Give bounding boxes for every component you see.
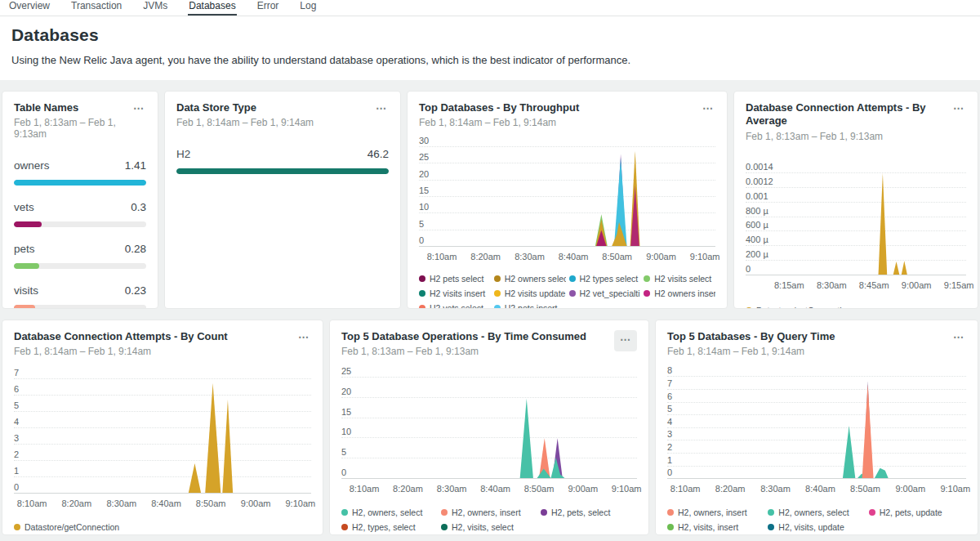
bar-track	[176, 168, 389, 174]
y-axis-label: 30	[419, 136, 429, 145]
chart-canvas	[785, 167, 966, 275]
legend-item[interactable]: H2, pets, select	[541, 507, 637, 517]
y-axis-label: 2	[14, 449, 19, 459]
plot-area: 8:15am8:30am8:45am9:00am9:15am	[785, 167, 966, 275]
y-axis-label: 10	[419, 202, 429, 212]
legend-item[interactable]: H2 visits insert	[419, 288, 491, 298]
legend-item[interactable]: H2, owners, select	[768, 507, 865, 517]
card-menu-ellipsis-icon[interactable]: ⋯	[296, 330, 311, 345]
legend-dot-icon	[869, 509, 875, 516]
legend-dot-icon	[494, 275, 501, 282]
tab-log[interactable]: Log	[299, 0, 317, 16]
y-axis-label: 7	[14, 368, 19, 378]
tab-error[interactable]: Error	[256, 0, 280, 16]
legend-label: H2, visits, update	[778, 522, 844, 532]
x-axis-label: 8:30am	[817, 280, 847, 290]
legend-label: H2, types, select	[352, 522, 416, 532]
y-axis-label: 5	[341, 447, 346, 457]
legend-item[interactable]: H2 owners select	[494, 274, 566, 284]
y-axis-label: 25	[419, 152, 429, 162]
x-axis-label: 8:50am	[602, 252, 632, 262]
tab-transaction[interactable]: Transaction	[70, 0, 122, 16]
legend-item[interactable]: H2 types select	[569, 274, 641, 284]
card-header: Database Connection Attempts - By Averag…	[746, 101, 966, 142]
chart-canvas	[361, 370, 637, 478]
bar-track	[14, 221, 146, 227]
bar-value: 0.3	[131, 201, 146, 213]
card-menu-ellipsis-icon[interactable]: ⋯	[951, 101, 966, 116]
legend-label: Datastore/getConnection	[24, 522, 119, 532]
card-menu-ellipsis-icon[interactable]: ⋯	[131, 101, 146, 116]
card-title: Database Connection Attempts - By Averag…	[746, 101, 951, 128]
legend-item[interactable]: Datastore/getConnection	[746, 306, 966, 310]
legend-item[interactable]: H2 visits update	[494, 288, 566, 298]
tab-bar: OverviewTransactionJVMsDatabasesErrorLog	[0, 0, 980, 16]
card-time-range: Feb 1, 8:13am – Feb 1, 9:13am	[14, 117, 131, 140]
y-axis-label: 7	[667, 378, 672, 388]
legend-item[interactable]: H2, types, select	[341, 522, 438, 532]
legend-item[interactable]: Datastore/getConnection	[14, 522, 311, 532]
card-menu-ellipsis-icon[interactable]: ⋯	[701, 101, 715, 116]
legend-item[interactable]: H2, owners, select	[341, 507, 438, 517]
bar-track	[14, 305, 146, 309]
chart-canvas	[682, 370, 966, 478]
x-axis-label: 8:10am	[670, 484, 701, 494]
tab-databases[interactable]: Databases	[188, 0, 236, 16]
bar-label: H2	[176, 148, 190, 160]
legend-item[interactable]: H2 vet_specialti…	[569, 288, 641, 298]
x-axis-label: 9:10am	[612, 484, 642, 494]
legend-label: H2, owners, select	[352, 507, 422, 517]
legend-label: Datastore/getConnection	[756, 306, 851, 310]
legend-item[interactable]: H2 vets select	[419, 303, 491, 309]
tab-jvms[interactable]: JVMs	[142, 0, 168, 16]
legend-item[interactable]: H2, visits, update	[768, 522, 865, 532]
area-chart: 05101520258:10am8:20am8:30am8:40am8:50am…	[341, 359, 637, 498]
card-top-operations-time-consumed: Top 5 Database Operations - By Time Cons…	[329, 320, 649, 535]
card-menu-ellipsis-icon[interactable]: ⋯	[374, 101, 389, 116]
legend-label: H2 vet_specialti…	[580, 288, 641, 298]
x-axis-label: 8:50am	[524, 484, 555, 494]
bar-label: owners	[14, 159, 50, 172]
legend-item[interactable]: H2 owners insert	[644, 288, 715, 298]
x-axis-label: 8:15am	[774, 280, 804, 290]
legend-dot-icon	[419, 305, 425, 309]
legend-item[interactable]: H2, visits, insert	[667, 522, 764, 532]
legend-item[interactable]: H2, owners, insert	[441, 507, 537, 517]
y-axis-label: 4	[667, 417, 672, 427]
card-menu-ellipsis-icon[interactable]: ⋯	[614, 330, 637, 351]
legend-item[interactable]: H2, pets, update	[869, 507, 966, 517]
legend-label: H2, owners, insert	[452, 507, 521, 517]
bar-label: pets	[14, 243, 35, 255]
area-series	[893, 262, 900, 275]
x-axis-label: 8:10am	[17, 499, 47, 508]
card-menu-ellipsis-icon[interactable]: ⋯	[951, 330, 966, 345]
x-axis-label: 9:00am	[902, 280, 932, 290]
legend-label: H2, visits, insert	[678, 522, 738, 532]
legend-item[interactable]: H2 visits select	[644, 274, 715, 284]
legend-item[interactable]: H2 pets insert	[494, 303, 566, 309]
card-time-range: Feb 1, 8:14am – Feb 1, 9:14am	[667, 346, 835, 357]
card-time-range: Feb 1, 8:13am – Feb 1, 9:13am	[746, 131, 951, 142]
x-axis-label: 8:30am	[437, 484, 467, 494]
bar-fill	[14, 180, 146, 186]
bar-fill	[14, 305, 35, 309]
x-axis-label: 8:30am	[514, 252, 545, 262]
legend-item[interactable]: H2, visits, select	[441, 522, 537, 532]
y-axis-label: 2	[667, 442, 672, 452]
legend-label: H2 owners select	[505, 274, 566, 284]
tab-overview[interactable]: Overview	[8, 0, 51, 16]
dashboard-row-2: Database Connection Attempts - By Count …	[2, 320, 978, 535]
legend-item[interactable]: H2, owners, insert	[667, 507, 764, 517]
card-top-databases-query-time: Top 5 Databases - By Query Time Feb 1, 8…	[655, 320, 978, 535]
legend-dot-icon	[667, 524, 674, 530]
x-axis-label: 9:00am	[895, 484, 925, 494]
x-axis-label: 9:00am	[568, 484, 598, 494]
x-axis-label: 8:10am	[427, 252, 457, 262]
x-axis-label: 8:40am	[559, 252, 589, 262]
y-axis-label: 3	[667, 429, 672, 439]
legend-item[interactable]: H2 pets select	[419, 274, 491, 284]
y-axis-label: 10	[341, 427, 351, 436]
card-connection-attempts-average: Database Connection Attempts - By Averag…	[733, 91, 978, 309]
legend-label: H2, owners, insert	[678, 507, 747, 517]
y-axis-label: 15	[419, 186, 429, 195]
